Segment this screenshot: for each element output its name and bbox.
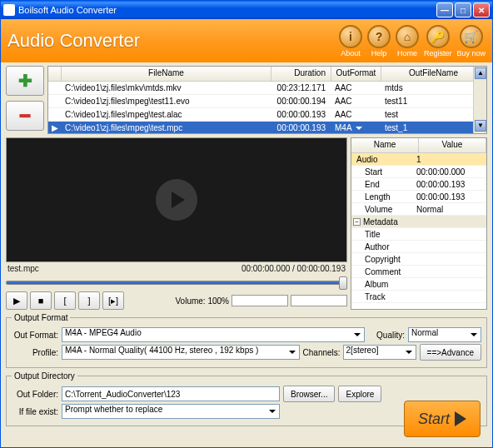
header-buy-now[interactable]: 🛒Buy now	[456, 25, 486, 57]
prop-row[interactable]: Start00:00:00.000	[351, 166, 486, 178]
col-filename[interactable]: FileName	[62, 67, 271, 81]
profile-label: Profile:	[12, 348, 58, 357]
prop-row[interactable]: Copyright	[351, 253, 486, 266]
outformat-select[interactable]: M4A - MPEG4 Audio	[62, 327, 365, 342]
prop-col-value[interactable]: Value	[419, 138, 486, 152]
output-format-group: Output Format Out Format: M4A - MPEG4 Au…	[6, 313, 487, 368]
close-button[interactable]: ✕	[473, 2, 490, 17]
maximize-button[interactable]: □	[455, 2, 471, 17]
volume-bar-right[interactable]	[291, 295, 347, 306]
stop-button[interactable]: ■	[30, 291, 52, 310]
header-about[interactable]: iAbout	[339, 25, 362, 57]
volume-bar-left[interactable]	[232, 295, 288, 306]
outformat-label: Out Format:	[12, 331, 58, 340]
app-icon	[3, 4, 15, 16]
grid-scrollbar[interactable]: ▲ ▼	[473, 67, 486, 133]
table-row[interactable]: C:\video1\zj.files\mpeg\test.alac00:00:0…	[48, 108, 486, 122]
minimize-button[interactable]: —	[436, 2, 453, 17]
play-button[interactable]: ▶	[6, 291, 27, 310]
remove-button[interactable]: ━	[6, 101, 44, 131]
titlebar[interactable]: Boilsoft Audio Converter — □ ✕	[1, 1, 492, 19]
profile-select[interactable]: M4A - Normal Quality( 44100 Hz, stereo ,…	[62, 345, 300, 360]
table-row[interactable]: C:\video1\zj.files\mpeg\test11.evo00:00:…	[48, 95, 486, 108]
exist-select[interactable]: Prompt whether to replace	[62, 404, 280, 419]
buy now-icon: 🛒	[460, 25, 483, 48]
col-outfilename[interactable]: OutFileName	[381, 67, 486, 81]
preview-filename: test.mpc	[7, 264, 39, 273]
preview-area[interactable]	[6, 137, 347, 262]
scroll-down-icon[interactable]: ▼	[475, 120, 486, 132]
explore-button[interactable]: Explore	[338, 386, 381, 402]
header-register[interactable]: 🔑Register	[424, 25, 452, 57]
play-overlay-icon[interactable]	[156, 179, 197, 221]
mark-out-button[interactable]: ]	[78, 291, 100, 310]
prop-row[interactable]: Length00:00:00.193	[351, 191, 486, 203]
exist-label: If file exist:	[12, 407, 58, 416]
prop-row[interactable]: VolumeNormal	[351, 203, 486, 216]
add-button[interactable]: ✚	[6, 66, 44, 96]
scroll-up-icon[interactable]: ▲	[475, 67, 486, 79]
app-title: Audio Converter	[7, 30, 140, 52]
prop-audio-group[interactable]: Audio1	[351, 153, 486, 166]
prop-row[interactable]: Comment	[351, 266, 486, 278]
home-icon: ⌂	[396, 25, 419, 48]
prop-row[interactable]: End00:00:00.193	[351, 178, 486, 191]
prop-row[interactable]: Title	[351, 228, 486, 241]
prop-col-name[interactable]: Name	[351, 138, 419, 152]
help-icon: ?	[367, 25, 391, 48]
header-help[interactable]: ?Help	[367, 25, 391, 57]
prop-row[interactable]: Track	[351, 291, 486, 303]
col-outformat[interactable]: OutFormat	[331, 67, 381, 81]
channels-label: Channels:	[303, 348, 340, 357]
quality-select[interactable]: Normal	[408, 327, 481, 342]
advance-button[interactable]: ==>Advance	[420, 344, 481, 361]
outfolder-label: Out Folder:	[12, 390, 58, 399]
prop-row[interactable]: Author	[351, 241, 486, 253]
file-grid[interactable]: FileName Duration OutFormat OutFileName …	[47, 66, 487, 134]
quality-label: Quality:	[368, 331, 405, 340]
window-title: Boilsoft Audio Converter	[18, 5, 117, 15]
header: Audio Converter iAbout?Help⌂Home🔑Registe…	[1, 19, 492, 62]
start-button[interactable]: Start	[404, 401, 481, 437]
table-row[interactable]: C:\video1\zj.files\mkv\mtds.mkv00:23:12.…	[48, 82, 486, 95]
range-button[interactable]: [▸]	[102, 291, 124, 310]
preview-time: 00:00:00.000 / 00:00:00.193	[242, 264, 346, 273]
channels-select[interactable]: 2[stereo]	[343, 345, 416, 360]
header-home[interactable]: ⌂Home	[396, 25, 419, 57]
volume-label: Volume: 100%	[176, 296, 230, 306]
browse-button[interactable]: Browser...	[283, 386, 335, 402]
mark-in-button[interactable]: [	[54, 291, 76, 310]
prop-row[interactable]: Album	[351, 278, 486, 291]
play-icon	[455, 411, 466, 426]
prop-metadata-group[interactable]: −Metadata	[351, 216, 486, 228]
register-icon: 🔑	[426, 25, 450, 48]
outfolder-input[interactable]	[62, 386, 280, 401]
col-duration[interactable]: Duration	[271, 67, 331, 81]
properties-panel[interactable]: Name Value Audio1 Start00:00:00.000End00…	[351, 137, 487, 310]
collapse-icon[interactable]: −	[353, 218, 361, 226]
seek-slider[interactable]	[6, 275, 347, 290]
about-icon: i	[339, 25, 362, 48]
table-row[interactable]: ▶C:\video1\zj.files\mpeg\test.mpc00:00:0…	[48, 122, 486, 134]
